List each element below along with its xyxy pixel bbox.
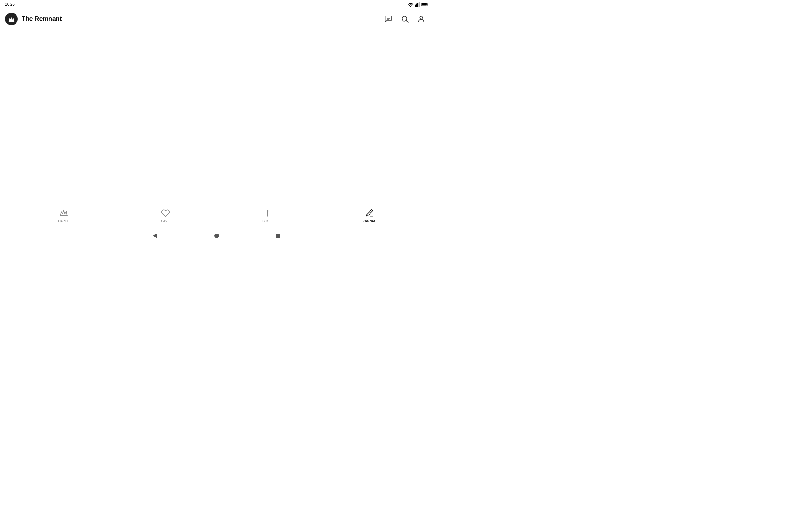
app-bar: The Remnant — [0, 9, 433, 29]
status-time: 10:26 — [5, 2, 14, 7]
profile-button[interactable] — [414, 12, 428, 26]
back-icon — [153, 233, 157, 238]
chat-button[interactable] — [381, 12, 395, 26]
svg-rect-8 — [9, 20, 14, 21]
nav-item-give[interactable]: GIVE — [115, 206, 217, 225]
battery-icon — [421, 3, 428, 6]
home-button[interactable] — [214, 233, 219, 238]
journal-label: Journal — [363, 219, 376, 223]
svg-rect-4 — [419, 2, 420, 7]
signal-icon — [415, 2, 420, 7]
svg-point-13 — [420, 16, 423, 19]
app-title: The Remnant — [21, 15, 62, 22]
app-bar-left: The Remnant — [5, 13, 62, 25]
svg-line-12 — [406, 20, 408, 22]
home-circle-icon — [214, 233, 219, 238]
bible-label: BIBLE — [262, 219, 273, 223]
nav-item-journal[interactable]: Journal — [319, 206, 421, 225]
system-nav — [0, 228, 433, 243]
bottom-nav: HOME GIVE BIBLE Journal — [0, 203, 433, 228]
home-icon — [59, 209, 68, 218]
journal-icon — [365, 209, 374, 218]
svg-rect-2 — [416, 4, 417, 7]
status-bar: 10:26 — [0, 0, 433, 9]
search-button[interactable] — [398, 12, 412, 26]
chat-icon — [384, 15, 392, 23]
crown-icon — [8, 15, 15, 22]
back-button[interactable] — [153, 233, 157, 238]
bible-icon — [263, 209, 272, 218]
status-icons — [408, 2, 428, 7]
recents-square-icon — [276, 233, 281, 238]
nav-item-bible[interactable]: BIBLE — [217, 206, 319, 225]
main-content — [0, 29, 433, 203]
recents-button[interactable] — [276, 233, 281, 238]
app-logo — [5, 13, 18, 25]
wifi-icon — [408, 2, 414, 7]
svg-rect-6 — [427, 4, 428, 5]
profile-icon — [417, 15, 425, 23]
nav-item-home[interactable]: HOME — [13, 206, 115, 225]
give-icon — [161, 209, 170, 218]
svg-rect-7 — [421, 3, 426, 5]
svg-rect-1 — [415, 5, 416, 7]
app-bar-actions — [381, 12, 428, 26]
svg-rect-3 — [417, 3, 418, 7]
home-label: HOME — [58, 219, 69, 223]
svg-point-0 — [410, 6, 411, 7]
give-label: GIVE — [161, 219, 170, 223]
search-icon — [401, 15, 409, 23]
